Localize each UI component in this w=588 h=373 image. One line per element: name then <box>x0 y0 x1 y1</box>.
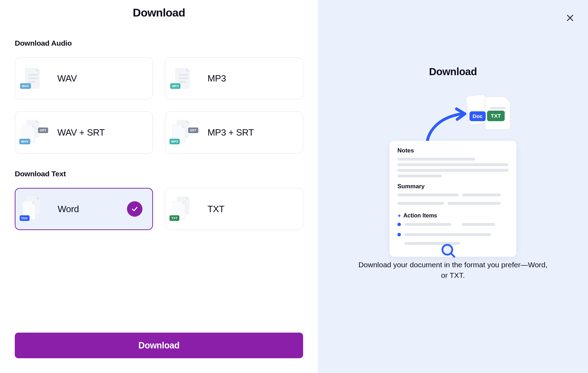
svg-rect-5 <box>179 81 186 83</box>
magnifier-icon <box>440 243 457 260</box>
summary-label: Summary <box>397 183 509 190</box>
text-section-heading: Download Text <box>15 170 303 178</box>
txt-file-icon: TXT <box>172 196 195 222</box>
option-mp3-srt[interactable]: SRT MP3 MP3 + SRT <box>165 111 303 153</box>
wav-srt-file-icon: SRT WAV <box>22 120 45 145</box>
doc-file-icon: Doc <box>23 196 45 222</box>
option-word[interactable]: Doc Word <box>15 188 153 230</box>
svg-rect-3 <box>179 74 188 76</box>
svg-text:TXT: TXT <box>491 113 501 119</box>
close-icon <box>565 13 575 22</box>
sparkle-icon: ✦ <box>397 213 401 218</box>
text-options-grid: Doc Word TXT TXT <box>15 188 303 230</box>
download-illustration: Doc TXT Notes Summary <box>386 92 520 243</box>
svg-rect-1 <box>28 78 38 79</box>
svg-rect-2 <box>28 81 36 83</box>
svg-rect-6 <box>490 107 506 109</box>
illustration-card: Notes Summary ✦ Action Items <box>390 141 516 257</box>
wav-file-icon: WAV <box>22 66 45 91</box>
option-wav[interactable]: WAV WAV <box>15 57 153 99</box>
right-panel: Download Doc TXT <box>318 0 588 373</box>
svg-rect-0 <box>28 74 38 76</box>
right-panel-description: Download your document in the format you… <box>354 260 551 281</box>
close-button[interactable] <box>563 11 577 26</box>
checkmark-icon <box>127 201 142 217</box>
option-label: MP3 + SRT <box>207 127 254 138</box>
option-label: WAV <box>57 73 77 84</box>
download-dialog: Download Download Audio WAV WAV MP3 MP3 <box>0 0 588 373</box>
option-txt[interactable]: TXT TXT <box>165 188 303 230</box>
option-label: MP3 <box>207 73 226 84</box>
left-panel: Download Download Audio WAV WAV MP3 MP3 <box>0 0 318 373</box>
svg-rect-4 <box>179 78 188 79</box>
download-button[interactable]: Download <box>15 333 303 358</box>
option-label: WAV + SRT <box>57 127 105 138</box>
action-items-label: ✦ Action Items <box>397 212 509 219</box>
audio-options-grid: WAV WAV MP3 MP3 SRT WAV <box>15 57 303 153</box>
mp3-srt-file-icon: SRT MP3 <box>172 120 195 145</box>
audio-section-heading: Download Audio <box>15 39 303 47</box>
right-panel-title: Download <box>429 66 477 78</box>
option-wav-srt[interactable]: SRT WAV WAV + SRT <box>15 111 153 153</box>
option-label: TXT <box>207 204 224 215</box>
option-label: Word <box>58 204 79 215</box>
option-mp3[interactable]: MP3 MP3 <box>165 57 303 99</box>
svg-line-14 <box>451 253 454 257</box>
notes-label: Notes <box>397 147 509 154</box>
mp3-file-icon: MP3 <box>172 66 195 91</box>
svg-text:Doc: Doc <box>473 113 482 119</box>
dialog-title: Download <box>15 6 303 19</box>
